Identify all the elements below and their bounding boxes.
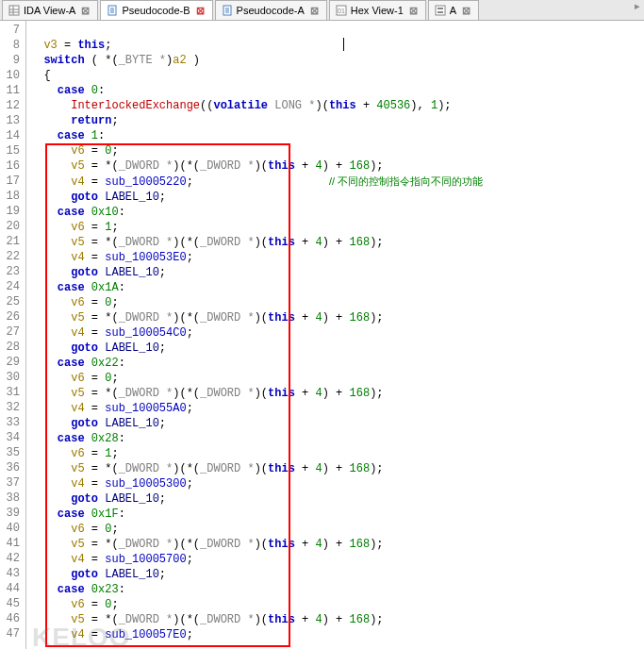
code-line[interactable]: v4 = sub_100055A0; [30, 401, 644, 416]
code-line[interactable]: v6 = 0; [30, 143, 644, 158]
token-cast: _DWORD * [119, 387, 173, 400]
code-line[interactable]: InterlockedExchange((volatile LONG *)(th… [30, 98, 644, 113]
token-num: 168 [350, 538, 371, 551]
token-var: v6 [71, 296, 84, 309]
token-var: v6 [71, 221, 84, 234]
tab-pseudocode-b[interactable]: Pseudocode-B⊠ [100, 0, 212, 20]
token-var: v4 [71, 553, 84, 566]
code-line[interactable]: v5 = *(_DWORD *)(*(_DWORD *)(this + 4) +… [30, 537, 644, 552]
line-number: 14 [0, 128, 20, 143]
code-line[interactable]: v6 = 0; [30, 371, 644, 386]
line-number: 47 [0, 626, 20, 641]
token-kw: goto [71, 492, 98, 506]
code-line[interactable]: goto LABEL_10; [30, 190, 644, 205]
code-line[interactable]: goto LABEL_10; [30, 416, 644, 431]
code-line[interactable]: v5 = *(_DWORD *)(*(_DWORD *)(this + 4) +… [30, 310, 644, 325]
token-cast: _DWORD * [200, 236, 255, 249]
code-line[interactable]: v6 = 0; [30, 522, 644, 537]
line-number: 31 [0, 385, 20, 400]
code-line[interactable]: v6 = 0; [30, 295, 644, 310]
code-area: 7891011121314151617181920212223242526272… [0, 21, 644, 649]
tab-close-icon[interactable]: ⊠ [79, 5, 91, 17]
code-line[interactable]: case 0x1F: [30, 507, 644, 522]
pseudocode-view[interactable]: KELOO v3 = this; switch ( *(_BYTE *)a2 )… [26, 21, 644, 649]
tab-close-icon[interactable]: ⊠ [194, 5, 206, 17]
token-var: v4 [71, 251, 84, 264]
token-kw: case [58, 84, 85, 97]
code-line[interactable]: goto LABEL_10; [30, 341, 644, 356]
token-cast: _BYTE * [119, 54, 166, 67]
code-line[interactable]: case 0: [30, 83, 644, 98]
token-kw: volatile [213, 99, 268, 112]
code-line[interactable]: goto LABEL_10; [30, 265, 644, 280]
tab-pseudocode-a[interactable]: Pseudocode-A⊠ [215, 0, 327, 20]
code-line[interactable]: v4 = sub_10005700; [30, 552, 644, 567]
code-line[interactable]: case 0x22: [30, 356, 644, 371]
tab-label: Pseudocode-B [122, 5, 190, 16]
line-number: 41 [0, 536, 20, 551]
code-line[interactable] [30, 23, 644, 38]
code-line[interactable]: return; [30, 113, 644, 128]
tab-close-icon[interactable]: ⊠ [460, 5, 472, 17]
svg-rect-15 [438, 8, 443, 9]
line-number: 32 [0, 400, 20, 415]
code-line[interactable]: v6 = 0; [30, 597, 644, 612]
token-var: v6 [71, 447, 84, 460]
token-kw: case [58, 583, 85, 596]
code-line[interactable]: v6 = 1; [30, 220, 644, 235]
token-var: a2 [173, 54, 186, 67]
token-num: 168 [350, 462, 371, 475]
line-number: 46 [0, 611, 20, 626]
tab-scroll-right[interactable]: ▸ [631, 0, 644, 20]
code-line[interactable]: case 0x10: [30, 205, 644, 220]
tab-a[interactable]: A⊠ [428, 0, 479, 20]
code-line[interactable]: v5 = *(_DWORD *)(*(_DWORD *)(this + 4) +… [30, 158, 644, 174]
code-line[interactable]: switch ( *(_BYTE *)a2 ) [30, 53, 644, 68]
code-line[interactable]: v5 = *(_DWORD *)(*(_DWORD *)(this + 4) +… [30, 235, 644, 250]
token-var: v5 [71, 387, 84, 400]
line-number: 26 [0, 309, 20, 324]
svg-rect-0 [9, 6, 19, 15]
token-kw: this [77, 39, 105, 52]
token-num: 0x10 [91, 206, 119, 219]
token-num: 168 [350, 159, 371, 173]
line-number: 20 [0, 219, 20, 234]
token-kw: case [58, 357, 85, 370]
tab-ida-view-a[interactable]: IDA View-A⊠ [2, 0, 98, 20]
line-number: 45 [0, 596, 20, 611]
code-line[interactable]: case 1: [30, 128, 644, 143]
code-line[interactable]: case 0x1A: [30, 280, 644, 295]
token-num: 168 [350, 236, 371, 249]
token-kw: case [58, 129, 85, 142]
token-cast: _DWORD * [119, 311, 173, 324]
code-line[interactable]: v4 = sub_100053E0; [30, 250, 644, 265]
tab-label: IDA View-A [24, 5, 75, 16]
tab-close-icon[interactable]: ⊠ [308, 5, 321, 17]
doc-icon [222, 5, 233, 16]
token-var: v4 [71, 175, 84, 189]
code-line[interactable]: v6 = 1; [30, 446, 644, 461]
line-number: 33 [0, 415, 20, 430]
code-line[interactable]: goto LABEL_10; [30, 567, 644, 582]
token-var: v5 [71, 311, 84, 324]
code-line[interactable]: { [30, 68, 644, 83]
code-line[interactable]: v5 = *(_DWORD *)(*(_DWORD *)(this + 4) +… [30, 386, 644, 401]
code-line[interactable]: v4 = sub_10005220; // 不同的控制指令指向不同的功能 [30, 174, 644, 190]
tab-close-icon[interactable]: ⊠ [407, 5, 420, 17]
token-var: v6 [71, 523, 84, 536]
tab-hex-view-1[interactable]: 01Hex View-1⊠ [329, 0, 426, 20]
token-num: 4 [316, 462, 322, 475]
code-line[interactable]: v3 = this; [30, 38, 644, 53]
line-number: 43 [0, 566, 20, 581]
svg-rect-14 [436, 6, 445, 15]
code-line[interactable]: goto LABEL_10; [30, 491, 644, 507]
code-line[interactable]: v4 = sub_100054C0; [30, 325, 644, 341]
code-line[interactable]: case 0x23: [30, 582, 644, 597]
hex-icon: 01 [336, 5, 347, 16]
code-line[interactable]: v5 = *(_DWORD *)(*(_DWORD *)(this + 4) +… [30, 461, 644, 476]
token-var: v6 [71, 598, 84, 611]
sheet-icon [8, 5, 20, 16]
line-number: 12 [0, 98, 20, 113]
code-line[interactable]: case 0x28: [30, 431, 644, 446]
code-line[interactable]: v4 = sub_10005300; [30, 476, 644, 491]
